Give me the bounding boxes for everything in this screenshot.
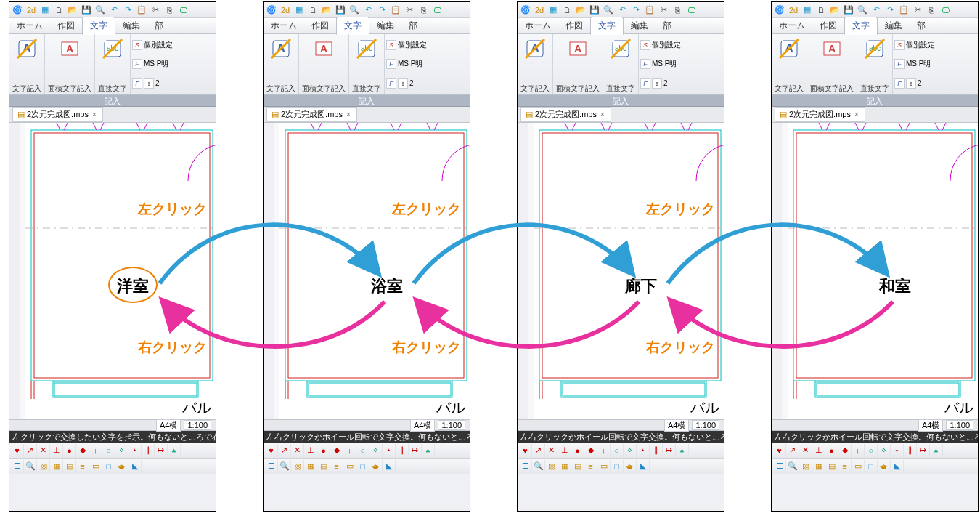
paste-icon[interactable]: 📋	[389, 4, 402, 17]
menu-item-0[interactable]: ホーム	[264, 17, 304, 34]
new-doc-icon[interactable]: 🗋	[560, 4, 573, 17]
search-icon[interactable]: 🔍	[602, 4, 615, 17]
snap-par-icon[interactable]: ∥	[142, 444, 155, 457]
props-icon[interactable]: ▧	[37, 460, 50, 473]
open-folder-icon[interactable]: 📂	[828, 4, 841, 17]
font-f-icon[interactable]: F	[894, 59, 905, 69]
snap-node-icon[interactable]: ⋄	[369, 444, 383, 457]
menu-item-2[interactable]: 文字	[844, 17, 878, 35]
snap-center-icon[interactable]: ●	[571, 444, 584, 457]
snap-node-icon[interactable]: ⋄	[115, 444, 128, 457]
snap-tan-icon[interactable]: ↓	[852, 444, 865, 457]
undo-icon[interactable]: ↶	[870, 4, 883, 17]
zoom-icon[interactable]: 🔍	[278, 460, 291, 473]
menu-item-4[interactable]: 部	[656, 17, 679, 34]
grid-a-icon[interactable]: ▦	[50, 460, 63, 473]
snap-endpoint-icon[interactable]: ♥	[519, 444, 532, 457]
ribbon-group-0[interactable]: A文字記入	[518, 34, 553, 94]
props-icon[interactable]: ▧	[291, 460, 304, 473]
monitor-icon[interactable]: 🖵	[939, 4, 952, 17]
snap-near-icon[interactable]: ○	[356, 444, 369, 457]
point-icon[interactable]: □	[865, 460, 878, 473]
tri-icon[interactable]: ◣	[891, 460, 904, 473]
snap-quad-icon[interactable]: ◆	[330, 444, 343, 457]
snap-ins-icon[interactable]: ⋆	[128, 444, 142, 457]
logo-icon[interactable]: 🌀	[265, 4, 278, 17]
snap-mid-icon[interactable]: ↗	[532, 444, 545, 457]
snap-ins-icon[interactable]: ⋆	[383, 444, 396, 457]
style-row-1[interactable]: S個別設定	[640, 40, 722, 50]
snap-app-icon[interactable]: ♠	[676, 444, 689, 457]
align-icon[interactable]: ▭	[343, 460, 356, 473]
style-row-2[interactable]: FMS P明	[386, 59, 468, 69]
snap-endpoint-icon[interactable]: ♥	[265, 444, 278, 457]
undo-icon[interactable]: ↶	[362, 4, 375, 17]
snap-tan-icon[interactable]: ↓	[597, 444, 611, 457]
ribbon-group-0[interactable]: A文字記入	[264, 34, 299, 94]
style-row-1[interactable]: S個別設定	[894, 40, 976, 50]
snap-ext-icon[interactable]: ↦	[917, 444, 930, 457]
cut-icon[interactable]: ✂	[149, 4, 162, 17]
paste-icon[interactable]: 📋	[135, 4, 148, 17]
zoom-icon[interactable]: 🔍	[24, 460, 37, 473]
scale-value[interactable]: 1:100	[184, 420, 211, 430]
ribbon-group-0[interactable]: A文字記入	[9, 34, 45, 94]
grid-a-icon[interactable]: ▦	[558, 460, 571, 473]
snap-ext-icon[interactable]: ↦	[663, 444, 676, 457]
redo-icon[interactable]: ↷	[629, 4, 642, 17]
ribbon-group-1[interactable]: A面積文字記入	[299, 34, 349, 94]
grid-b-icon[interactable]: ▤	[825, 460, 838, 473]
attr-a-icon[interactable]: F	[640, 78, 650, 89]
line-count-icon[interactable]: ↕	[906, 78, 916, 89]
redo-icon[interactable]: ↷	[883, 4, 897, 17]
grid-icon[interactable]: ▦	[547, 4, 560, 17]
style-row-3[interactable]: F↕2	[132, 78, 214, 89]
room-label[interactable]: 廊下	[625, 275, 657, 297]
ship-icon[interactable]: ⛴	[115, 460, 128, 473]
point-icon[interactable]: □	[102, 460, 115, 473]
menu-item-1[interactable]: 作図	[812, 17, 844, 34]
point-icon[interactable]: □	[611, 460, 624, 473]
style-row-2[interactable]: FMS P明	[894, 59, 976, 69]
room-label[interactable]: 和室	[879, 275, 911, 297]
menu-item-4[interactable]: 部	[401, 17, 425, 34]
ribbon-group-2[interactable]: abc直接文字	[603, 34, 639, 94]
break-icon[interactable]: ≡	[584, 460, 597, 473]
menu-item-3[interactable]: 編集	[624, 17, 656, 34]
menu-item-2[interactable]: 文字	[336, 17, 369, 35]
style-s-icon[interactable]: S	[640, 40, 650, 50]
style-row-1[interactable]: S個別設定	[132, 40, 214, 50]
snap-perp-icon[interactable]: ⊥	[812, 444, 825, 457]
break-icon[interactable]: ≡	[330, 460, 343, 473]
scale-value[interactable]: 1:100	[438, 420, 465, 430]
ship-icon[interactable]: ⛴	[369, 460, 383, 473]
copy-icon[interactable]: ⎘	[417, 4, 430, 17]
ribbon-group-2[interactable]: abc直接文字	[95, 34, 131, 94]
snap-quad-icon[interactable]: ◆	[838, 444, 852, 457]
snap-tan-icon[interactable]: ↓	[343, 444, 356, 457]
undo-icon[interactable]: ↶	[107, 4, 121, 17]
cut-icon[interactable]: ✂	[657, 4, 670, 17]
tri-icon[interactable]: ◣	[383, 460, 396, 473]
style-row-1[interactable]: S個別設定	[386, 40, 468, 50]
ship-icon[interactable]: ⛴	[878, 460, 891, 473]
ribbon-group-1[interactable]: A面積文字記入	[45, 34, 95, 94]
snap-ins-icon[interactable]: ⋆	[637, 444, 650, 457]
paper-size[interactable]: A4横	[156, 419, 181, 432]
line-count-icon[interactable]: ↕	[144, 78, 154, 89]
menu-item-1[interactable]: 作図	[558, 17, 590, 34]
snap-par-icon[interactable]: ∥	[904, 444, 917, 457]
menu-item-0[interactable]: ホーム	[772, 17, 812, 34]
snap-quad-icon[interactable]: ◆	[584, 444, 597, 457]
align-icon[interactable]: ▭	[852, 460, 865, 473]
file-tab[interactable]: ▤2次元完成図.mps×	[12, 107, 103, 122]
snap-app-icon[interactable]: ♠	[168, 444, 181, 457]
snap-par-icon[interactable]: ∥	[396, 444, 409, 457]
style-row-3[interactable]: F↕2	[894, 78, 976, 89]
room-label[interactable]: 浴室	[371, 275, 403, 297]
style-row-3[interactable]: F↕2	[386, 78, 468, 89]
snap-app-icon[interactable]: ♠	[930, 444, 943, 457]
snap-perp-icon[interactable]: ⊥	[304, 444, 317, 457]
grid-icon[interactable]: ▦	[293, 4, 306, 17]
grid-a-icon[interactable]: ▦	[304, 460, 317, 473]
